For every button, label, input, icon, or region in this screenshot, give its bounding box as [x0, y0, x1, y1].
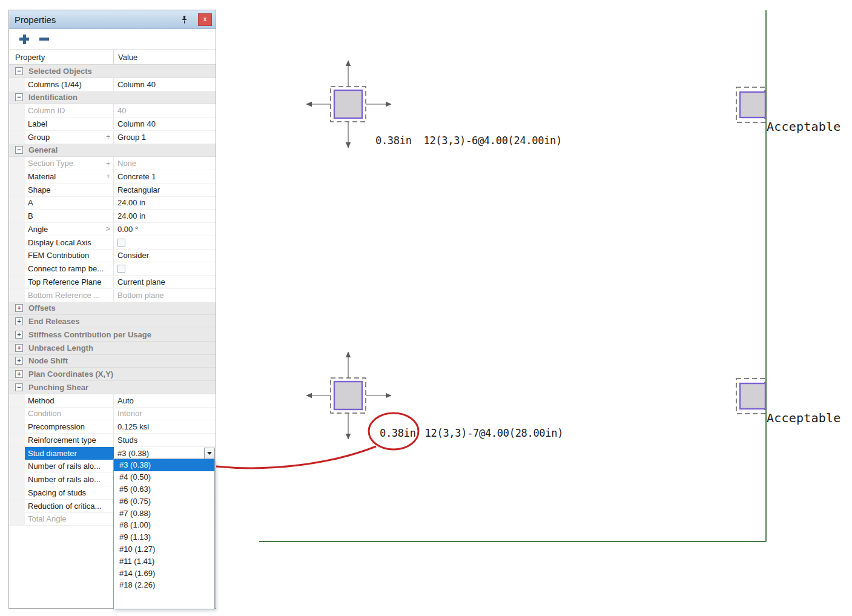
property-row[interactable]: FEM Contribution Consider [9, 250, 216, 263]
value-checkbox[interactable] [117, 239, 125, 247]
expand-toggle-icon[interactable]: − [15, 383, 23, 391]
property-value-cell[interactable]: Column 40 [114, 78, 216, 91]
group-row[interactable]: − Selected Objects [9, 65, 216, 78]
property-label-cell[interactable]: Stud diameter [25, 447, 114, 460]
property-label-cell[interactable]: Top Reference Plane [25, 276, 114, 288]
expand-toggle-icon[interactable]: + [15, 370, 23, 378]
property-row[interactable]: Columns (1/44) Column 40 [9, 78, 216, 91]
group-row[interactable]: − General [9, 144, 216, 157]
property-value-cell[interactable] [114, 236, 216, 249]
edge-column-symbol-bottom[interactable] [736, 379, 765, 414]
property-row[interactable]: Bottom Reference ... Bottom plane [9, 289, 216, 302]
value-checkbox[interactable] [117, 265, 125, 273]
property-value-cell[interactable]: 24.00 in [114, 210, 216, 222]
property-label-cell[interactable]: Condition [25, 408, 114, 420]
dropdown-item[interactable]: #7 (0.88) [114, 507, 214, 519]
property-label-cell[interactable]: Reinforcement type [25, 434, 114, 446]
dropdown-item[interactable]: #3 (0.38) [114, 459, 214, 471]
property-label-cell[interactable]: Precompression [25, 420, 114, 433]
property-row[interactable]: Column ID 40 [9, 104, 216, 118]
stud-diameter-dropdown-list[interactable]: #3 (0.38) #4 (0.50) #5 (0.63) #6 (0.75) … [113, 459, 215, 609]
property-row[interactable]: Angle > 0.00 ° [9, 223, 216, 236]
property-row[interactable]: Connect to ramp be... [9, 262, 216, 276]
property-value-cell[interactable]: 0.00 ° [114, 223, 216, 236]
group-row[interactable]: − Punching Shear [9, 381, 216, 394]
property-label-cell[interactable]: Connect to ramp be... [25, 262, 114, 275]
group-row[interactable]: + Unbraced Length [9, 342, 216, 355]
add-property-button[interactable] [18, 33, 30, 45]
property-label-cell[interactable]: Bottom Reference ... [25, 289, 114, 302]
dropdown-item[interactable]: #9 (1.13) [114, 531, 214, 543]
property-row[interactable]: Shape Rectangular [9, 184, 216, 197]
expand-toggle-icon[interactable]: + [15, 317, 23, 325]
property-value-cell[interactable]: Concrete 1 [114, 170, 216, 183]
property-row[interactable]: Section Type + None [9, 157, 216, 170]
group-row[interactable]: + Offsets [9, 302, 216, 316]
property-label-cell[interactable]: Columns (1/44) [25, 78, 114, 91]
property-value-cell[interactable]: Column 40 [114, 118, 216, 130]
group-row[interactable]: + Plan Coordinates (X,Y) [9, 368, 216, 381]
remove-property-button[interactable] [38, 33, 50, 45]
property-row[interactable]: A 24.00 in [9, 197, 216, 210]
property-label-cell[interactable]: Number of rails alo... [25, 473, 114, 486]
property-row[interactable]: Precompression 0.125 ksi [9, 420, 216, 434]
expand-toggle-icon[interactable]: − [15, 93, 23, 101]
dropdown-item[interactable]: #14 (1.69) [114, 567, 214, 579]
property-value-cell[interactable]: 40 [114, 104, 216, 117]
close-button[interactable]: x [198, 13, 212, 26]
property-label-cell[interactable]: Shape [25, 184, 114, 196]
pin-button[interactable] [177, 13, 191, 26]
property-row[interactable]: Method Auto [9, 394, 216, 408]
property-label-cell[interactable]: B [25, 210, 114, 222]
group-row[interactable]: − Identification [9, 91, 216, 105]
property-row[interactable]: B 24.00 in [9, 210, 216, 223]
property-label-cell[interactable]: Method [25, 394, 114, 407]
expand-toggle-icon[interactable]: + [15, 357, 23, 365]
property-value-cell[interactable]: Current plane [114, 276, 216, 288]
property-label-cell[interactable]: Material + [25, 170, 114, 183]
dropdown-item[interactable]: #5 (0.63) [114, 483, 214, 495]
property-value-cell[interactable]: Interior [114, 408, 216, 420]
dropdown-item[interactable]: #4 (0.50) [114, 471, 214, 483]
property-value-cell[interactable]: 24.00 in [114, 197, 216, 210]
property-label-cell[interactable]: A [25, 197, 114, 210]
property-row[interactable]: Condition Interior [9, 408, 216, 421]
property-label-cell[interactable]: Total Angle [25, 513, 114, 526]
property-label-cell[interactable]: Spacing of studs [25, 486, 114, 499]
property-label-cell[interactable]: Display Local Axis [25, 236, 114, 249]
property-value-cell[interactable]: 0.125 ksi [114, 420, 216, 433]
property-row[interactable]: Display Local Axis [9, 236, 216, 250]
property-row[interactable]: Reinforcement type Studs [9, 434, 216, 447]
property-label-cell[interactable]: Number of rails alo... [25, 460, 114, 473]
property-label-cell[interactable]: Reduction of critica... [25, 500, 114, 512]
property-value-cell[interactable]: Studs [114, 434, 216, 446]
property-value-cell[interactable]: Auto [114, 394, 216, 407]
expand-toggle-icon[interactable]: − [15, 67, 23, 75]
expand-toggle-icon[interactable]: − [15, 146, 23, 154]
property-row[interactable]: Group + Group 1 [9, 131, 216, 144]
property-row[interactable]: Material + Concrete 1 [9, 170, 216, 184]
property-value-cell[interactable]: Consider [114, 250, 216, 262]
property-label-cell[interactable]: Section Type + [25, 157, 114, 170]
property-value-cell[interactable]: Rectangular [114, 184, 216, 196]
property-row[interactable]: Top Reference Plane Current plane [9, 276, 216, 289]
expand-toggle-icon[interactable]: + [15, 304, 23, 312]
dropdown-item[interactable]: #11 (1.41) [114, 555, 214, 567]
property-label-cell[interactable]: Group + [25, 131, 114, 144]
dropdown-button[interactable] [204, 448, 215, 459]
property-value-cell[interactable]: Group 1 [114, 131, 216, 144]
property-label-cell[interactable]: FEM Contribution [25, 250, 114, 262]
property-label-cell[interactable]: Angle > [25, 223, 114, 236]
property-value-cell[interactable] [114, 262, 216, 275]
dropdown-item[interactable]: #10 (1.27) [114, 543, 214, 555]
property-label-cell[interactable]: Label [25, 118, 114, 130]
edge-column-symbol-top[interactable] [736, 87, 765, 122]
dropdown-item[interactable]: #6 (0.75) [114, 495, 214, 507]
panel-titlebar[interactable]: Properties x [9, 10, 216, 29]
expand-toggle-icon[interactable]: + [15, 344, 23, 352]
property-label-cell[interactable]: Column ID [25, 104, 114, 117]
property-value-cell[interactable]: #3 (0.38) [114, 447, 216, 460]
dropdown-item[interactable]: #18 (2.26) [114, 579, 214, 591]
property-value-cell[interactable]: None [114, 157, 216, 170]
property-value-cell[interactable]: Bottom plane [114, 289, 216, 302]
